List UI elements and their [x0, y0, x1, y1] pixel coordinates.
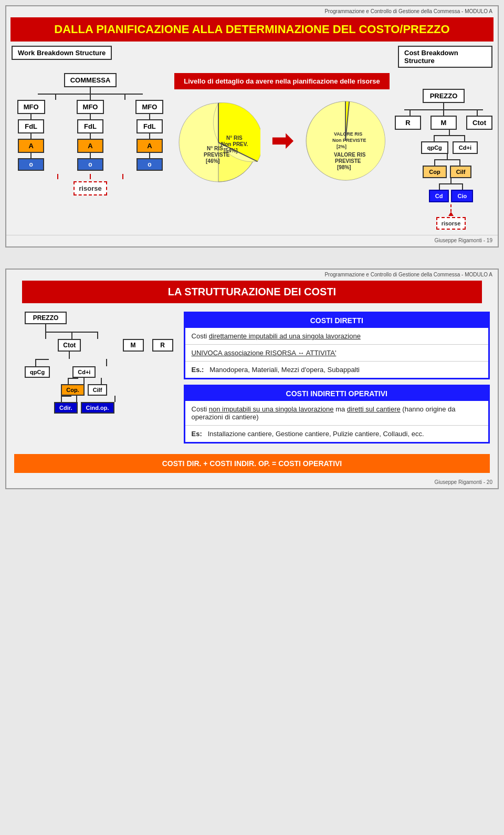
info-banner: Livello di dettaglio da avere nella pian… [174, 73, 390, 89]
pie-chart-2: VALORE RIS Non PREVISTE [2%] VALORE RIS … [303, 99, 387, 183]
cbs2-tree: PREZZO Ctot [14, 312, 173, 414]
cdplusi-node: Cd+i [453, 141, 478, 154]
svg-text:VALORE RIS: VALORE RIS [334, 131, 362, 137]
slide2-title: LA STRUTTURAZIONE DEI COSTI [22, 281, 482, 303]
pie-charts-row: N° RIS PREVISTE [46%] N° RIS Non PREV. [… [174, 99, 390, 183]
slide-2: Programmazione e Controllo di Gestione d… [5, 269, 499, 489]
svg-text:Non PREV.: Non PREV. [221, 141, 248, 147]
slide2-footer-bar: COSTI DIR. + COSTI INDIR. OP. = COSTI OP… [14, 454, 490, 473]
s2-cilf: Cilf [88, 384, 108, 396]
pie-chart-1: N° RIS PREVISTE [46%] N° RIS Non PREV. [… [176, 100, 260, 181]
o2-node: o [77, 158, 103, 171]
slide1-meta: Programmazione e Controllo di Gestione d… [6, 6, 498, 15]
svg-text:[2%]: [2%] [337, 144, 346, 149]
costi-indiretti-header: COSTI INDIRETTI OPERATIVI [185, 386, 488, 401]
fdl3-node: FdL [136, 119, 163, 133]
fdl1-node: FdL [18, 119, 44, 133]
s2-cindop: Cind.op. [81, 402, 114, 414]
o1-node: o [18, 158, 44, 171]
cbs-label: Cost Breakdown Structure [398, 46, 492, 68]
svg-text:[46%]: [46%] [206, 158, 220, 164]
costi-indiretti-line1: Costi non imputabili su una singola lavo… [185, 401, 488, 426]
ctot-node: Ctot [466, 116, 492, 130]
svg-text:[54%]: [54%] [224, 148, 238, 153]
slide2-footer: Giuseppe Rigamonti - 20 [6, 477, 498, 488]
prezzo-node: PREZZO [423, 89, 465, 103]
slide1-footer: Giuseppe Rigamonti - 19 [6, 235, 498, 246]
svg-text:[98%]: [98%] [337, 164, 351, 170]
cop-node: Cop [423, 166, 446, 178]
slide2-right: COSTI DIRETTI Costi direttamente imputab… [184, 312, 490, 444]
a3-node: A [136, 139, 163, 153]
a1-node: A [18, 139, 44, 153]
right-arrow: ➡ [271, 126, 293, 156]
costi-diretti-section: COSTI DIRETTI Costi direttamente imputab… [184, 312, 490, 379]
s2-r: R [152, 339, 173, 352]
costi-indiretti-line2: Es: Installazione cantiere, Gestione can… [185, 426, 488, 442]
qpcg-node: qpCg [421, 141, 448, 154]
wbs-section: COMMESSA MFO FdL [12, 73, 169, 230]
cilf-node: Cilf [450, 166, 472, 178]
commessa-node: COMMESSA [64, 73, 117, 87]
risorse-node: risorse [74, 181, 107, 195]
fdl2-node: FdL [77, 119, 103, 133]
s2-m: M [123, 339, 144, 352]
svg-text:PREVISTE: PREVISTE [335, 158, 361, 164]
cbs-section: PREZZO R M Ctot [395, 73, 492, 230]
risorse2-node: risorse [436, 217, 466, 230]
costi-diretti-header: COSTI DIRETTI [185, 313, 488, 328]
mfo1-node: MFO [17, 100, 45, 114]
cbs-tree: PREZZO R M Ctot [395, 89, 492, 230]
svg-text:N° RIS: N° RIS [226, 135, 243, 141]
slide1-title: DALLA PIANIFICAZIONE ALLA DETERMINAZIONE… [10, 17, 494, 42]
costi-diretti-line3: Es.: Manodopera, Materiali, Mezzi d'oper… [185, 362, 488, 378]
s2-prezzo: PREZZO [25, 312, 67, 324]
o3-node: o [136, 158, 163, 171]
mfo3-node: MFO [135, 100, 163, 114]
m-node: M [430, 116, 457, 130]
s2-ctot: Ctot [58, 339, 81, 352]
slide2-left: PREZZO Ctot [14, 312, 173, 444]
costi-diretti-line1: Costi direttamente imputabili ad una sin… [185, 328, 488, 345]
slide-1: Programmazione e Controllo di Gestione d… [5, 5, 499, 248]
s2-qpcg: qpCg [25, 366, 50, 378]
wbs-label: Work Breakdown Structure [12, 46, 112, 60]
r-node: R [395, 116, 421, 130]
s2-cdir: Cdir. [54, 402, 77, 414]
cio-node: Cio [451, 190, 473, 202]
mfo2-node: MFO [77, 100, 104, 114]
s2-cop: Cop. [61, 384, 84, 396]
cd-node: Cd [429, 190, 449, 202]
svg-text:VALORE RIS: VALORE RIS [334, 152, 366, 158]
s2-cdplusi: Cd+i [72, 366, 96, 378]
slide2-meta: Programmazione e Controllo di Gestione d… [6, 270, 498, 279]
costi-indiretti-section: COSTI INDIRETTI OPERATIVI Costi non impu… [184, 385, 490, 444]
costi-diretti-line2: UNIVOCA associazione RISORSA ↔ ATTIVITA' [185, 345, 488, 362]
center-section: Livello di dettaglio da avere nella pian… [174, 73, 390, 230]
a2-node: A [77, 139, 103, 153]
svg-text:Non PREVISTE: Non PREVISTE [332, 138, 366, 143]
